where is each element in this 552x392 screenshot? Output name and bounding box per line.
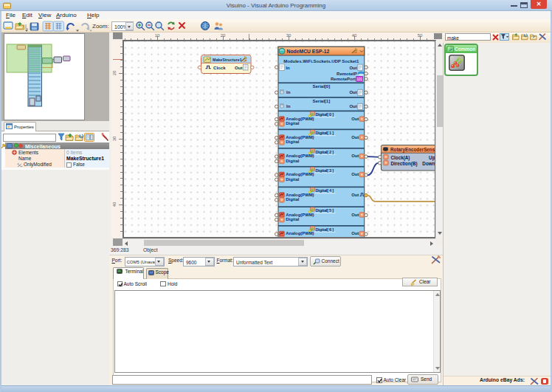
svg-text:In: In xyxy=(286,65,290,69)
svg-text:Digital[ 3 ]: Digital[ 3 ] xyxy=(315,168,334,172)
svg-text:Out: Out xyxy=(351,116,359,120)
svg-text:Digital: Digital xyxy=(286,235,299,237)
svg-text:Direction(B): Direction(B) xyxy=(390,160,417,166)
svg-text:Out: Out xyxy=(349,104,356,109)
svg-text:Digital: Digital xyxy=(286,217,299,221)
svg-text:Digital: Digital xyxy=(286,140,299,144)
svg-text:Out: Out xyxy=(351,172,359,176)
svg-text:RemotePort: RemotePort xyxy=(330,76,355,80)
svg-text:Digital[ 2 ]: Digital[ 2 ] xyxy=(315,149,334,154)
svg-text:Digital[ 4 ]: Digital[ 4 ] xyxy=(315,188,334,193)
svg-text:Out: Out xyxy=(351,192,359,196)
svg-text:Down: Down xyxy=(422,160,435,165)
svg-text:Serial[0]: Serial[0] xyxy=(312,84,330,89)
svg-text:Digital: Digital xyxy=(286,121,299,125)
svg-text:Digital: Digital xyxy=(286,158,299,162)
svg-text:Digital: Digital xyxy=(286,176,299,181)
svg-text:RemoteIP: RemoteIP xyxy=(337,71,357,75)
svg-text:In: In xyxy=(286,90,291,94)
svg-text:In: In xyxy=(286,104,291,109)
svg-text:Analog(PWM): Analog(PWM) xyxy=(286,172,314,176)
svg-text:Out: Out xyxy=(349,65,356,69)
svg-text:MakeStructure1: MakeStructure1 xyxy=(213,57,242,61)
svg-text:Clock: Clock xyxy=(213,64,226,69)
svg-text:Analog(PWM): Analog(PWM) xyxy=(286,154,314,158)
svg-text:Serial[1]: Serial[1] xyxy=(312,98,330,103)
svg-text:Out: Out xyxy=(235,64,243,69)
svg-text:NodeMCU ESP-12: NodeMCU ESP-12 xyxy=(286,48,329,53)
svg-text:Up: Up xyxy=(429,154,435,160)
svg-text:Analog(PWM): Analog(PWM) xyxy=(286,134,314,139)
svg-text:Digital[ 5 ]: Digital[ 5 ] xyxy=(315,208,334,213)
svg-text:Analog(PWM): Analog(PWM) xyxy=(286,192,314,196)
svg-text:Analog(PWM): Analog(PWM) xyxy=(286,212,314,216)
svg-text:Out: Out xyxy=(351,231,359,235)
svg-text:Out: Out xyxy=(351,134,359,139)
svg-text:Modules.WiFi.Sockets.UDP Socke: Modules.WiFi.Sockets.UDP Socket1 xyxy=(283,59,359,63)
svg-text:Out: Out xyxy=(349,90,356,94)
svg-text:Out: Out xyxy=(351,212,359,216)
svg-text:Digital[ 6 ]: Digital[ 6 ] xyxy=(315,227,334,231)
svg-text:RotaryEncoderSensor: RotaryEncoderSensor xyxy=(390,147,435,153)
svg-text:Clock(A): Clock(A) xyxy=(390,154,410,160)
svg-text:Analog(PWM): Analog(PWM) xyxy=(286,116,314,120)
svg-text:Digital[ 0 ]: Digital[ 0 ] xyxy=(315,112,334,117)
svg-text:Digital: Digital xyxy=(286,197,299,202)
svg-text:Analog(PWM): Analog(PWM) xyxy=(286,231,314,235)
svg-text:101: 101 xyxy=(356,77,362,80)
svg-text:Out: Out xyxy=(351,154,359,158)
svg-text:Digital[ 1 ]: Digital[ 1 ] xyxy=(315,131,334,135)
